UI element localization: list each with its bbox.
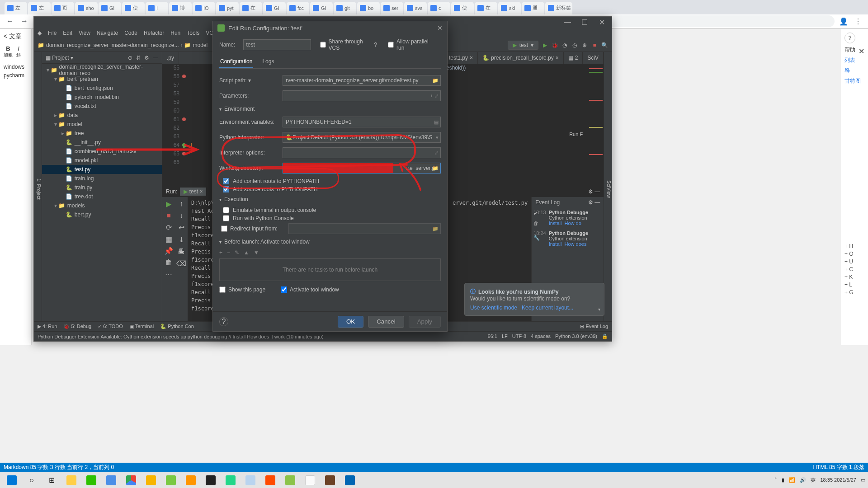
app-icon[interactable] <box>281 474 299 487</box>
browser-tab[interactable]: ser <box>381 2 403 14</box>
toolwin-terminal[interactable]: ▣ Terminal <box>129 324 154 329</box>
menu-run[interactable]: Run <box>170 30 180 36</box>
trash-icon[interactable]: 🗑 <box>533 221 538 226</box>
redirect-input-checkbox[interactable]: Redirect input from: <box>221 225 278 232</box>
back-to-articles[interactable]: < 文章 <box>4 33 28 41</box>
up-button[interactable]: ▲ <box>244 249 249 256</box>
execution-section[interactable]: Execution <box>224 196 248 202</box>
chevron-down-icon[interactable]: ▾ <box>598 307 600 312</box>
lock-icon[interactable]: 🔒 <box>602 333 608 339</box>
tree-item[interactable]: ▾📁domain_recognize_server_master-domain_… <box>42 66 162 75</box>
tab-configuration[interactable]: Configuration <box>219 56 253 68</box>
down-button[interactable]: ▼ <box>254 249 259 256</box>
menu-view[interactable]: View <box>79 30 90 36</box>
browser-tab[interactable]: 使 <box>451 2 474 14</box>
run-tab[interactable]: ▶ test × <box>180 188 206 196</box>
attach-button[interactable]: ⊕ <box>581 42 588 49</box>
gear-icon[interactable]: ⚙ <box>144 55 149 61</box>
left-tool-gutter[interactable]: 1: Project <box>34 52 42 321</box>
run-config-selector[interactable]: ▶test▾ <box>508 41 538 50</box>
script-path-input[interactable]: rver-master-domain_recognize_server.git\… <box>283 75 441 86</box>
ime-indicator[interactable]: 英 <box>811 477 816 483</box>
menu-icon[interactable]: ⋮ <box>853 16 863 27</box>
remove-task-button[interactable]: − <box>227 249 230 256</box>
help-link[interactable]: 甘特图 <box>844 77 864 85</box>
tree-item[interactable]: 📄bert_config.json <box>42 84 162 93</box>
browser-tab[interactable]: 左 <box>5 2 27 14</box>
menu-tools[interactable]: Tools <box>187 30 199 36</box>
hide-icon[interactable]: — <box>153 55 158 61</box>
stop-button[interactable]: ■ <box>591 42 598 49</box>
expand-icon[interactable]: ⤢ <box>434 150 439 156</box>
tab-logs[interactable]: Logs <box>261 56 275 68</box>
more-button[interactable]: ⋯ <box>165 270 173 278</box>
scroll-button[interactable]: ⤓ <box>179 235 184 244</box>
menu-edit[interactable]: Edit <box>63 30 72 36</box>
menu-refactor[interactable]: Refactor <box>144 30 164 36</box>
tree-item[interactable]: ▾📁models <box>42 201 162 210</box>
editor-tab[interactable]: 🐍precision_recall_fscore.py × <box>478 52 564 64</box>
working-dir-input[interactable]: ize_server.git📁 <box>283 163 441 174</box>
tree-item[interactable]: 🐍__init__.py <box>42 138 162 147</box>
7zip-icon[interactable] <box>341 474 359 487</box>
app-icon[interactable] <box>261 474 279 487</box>
ok-button[interactable]: OK <box>338 316 363 328</box>
app-icon[interactable] <box>162 474 180 487</box>
stop-button[interactable]: ■ <box>165 211 173 220</box>
close-icon[interactable]: ✕ <box>859 47 864 56</box>
gear-icon[interactable]: ⚙ <box>588 199 593 206</box>
activate-tool-checkbox[interactable]: Activate tool window <box>281 286 339 293</box>
search-icon[interactable]: 🔍 <box>601 42 608 49</box>
folder-icon[interactable]: 📁 <box>432 78 439 84</box>
tree-item[interactable]: 📄model.pkl <box>42 156 162 165</box>
browser-tab[interactable]: 在 <box>240 2 262 14</box>
environment-section[interactable]: Environment <box>224 106 255 112</box>
browser-tab[interactable]: GI <box>263 2 286 14</box>
show-page-checkbox[interactable]: Show this page <box>219 286 265 293</box>
pycharm-icon[interactable] <box>222 474 240 487</box>
help-link[interactable]: 释 <box>844 67 864 75</box>
pin-button[interactable]: 📌 <box>165 247 173 255</box>
browser-tab[interactable]: 通 <box>522 2 544 14</box>
crumb-root[interactable]: domain_recognize_server_master-domain_re… <box>46 42 179 48</box>
help-icon[interactable]: ? <box>844 33 855 43</box>
editor-tab[interactable]: .py <box>162 52 179 64</box>
project-tree[interactable]: ▾📁domain_recognize_server_master-domain_… <box>42 64 162 321</box>
chrome-icon[interactable] <box>122 474 140 487</box>
tree-item[interactable]: 📄vocab.txt <box>42 102 162 111</box>
minimize-button[interactable]: — <box>561 18 574 27</box>
wechat-icon[interactable] <box>82 474 100 487</box>
browser-tab[interactable]: fcc <box>287 2 309 14</box>
cortana-button[interactable]: ○ <box>23 474 41 487</box>
python-console-checkbox[interactable]: Run with Python Console <box>223 215 441 221</box>
down-button[interactable]: ↓ <box>179 211 183 220</box>
nav-back-button[interactable]: ← <box>5 16 15 27</box>
apply-button[interactable]: Apply <box>409 316 441 328</box>
browser-tab[interactable]: IO <box>193 2 215 14</box>
browser-tab[interactable]: git <box>334 2 356 14</box>
event-link[interactable]: How do <box>565 221 581 226</box>
event-link[interactable]: Install <box>549 241 562 247</box>
parameters-input[interactable]: + ⤢ <box>283 90 441 101</box>
parallel-checkbox[interactable]: Allow parallel run <box>388 38 434 51</box>
browser-tab[interactable]: 新标签 <box>545 2 572 14</box>
interpreter-info[interactable]: Python 3.8 (env39) <box>555 333 597 339</box>
app-icon[interactable] <box>301 474 319 487</box>
battery-icon[interactable]: ▮ <box>782 477 784 483</box>
notification-center-icon[interactable]: ▭ <box>861 477 865 483</box>
name-input[interactable]: test <box>243 39 311 50</box>
menu-navigate[interactable]: Navigate <box>97 30 118 36</box>
tree-item[interactable]: ▾📁model <box>42 120 162 129</box>
event-link[interactable]: How does <box>565 241 587 247</box>
redirect-input-path[interactable]: 📁 <box>288 223 441 234</box>
browser-tab[interactable]: 页 <box>52 2 74 14</box>
crumb-item[interactable]: model <box>193 42 208 48</box>
explorer-icon[interactable] <box>62 474 80 487</box>
wifi-icon[interactable]: 📶 <box>789 477 795 483</box>
print-button[interactable]: 🖶 <box>178 248 185 256</box>
run-button[interactable]: ▶ <box>541 42 548 49</box>
hide-icon[interactable]: — <box>594 199 600 206</box>
list-icon[interactable]: ▤ <box>434 119 439 125</box>
tree-item[interactable]: 📄pytorch_model.bin <box>42 93 162 102</box>
taskview-button[interactable]: ⊞ <box>42 474 61 487</box>
